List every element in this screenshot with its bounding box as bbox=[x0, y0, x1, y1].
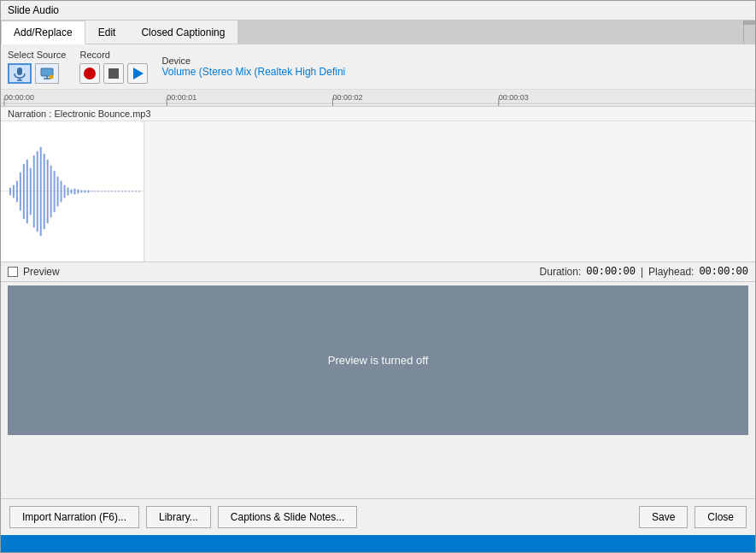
svg-rect-26 bbox=[50, 166, 52, 218]
tab-bar: Add/Replace Edit Closed Captioning bbox=[1, 21, 755, 44]
source-microphone-button[interactable] bbox=[8, 63, 32, 84]
track-label: Narration : Electronic Bounce.mp3 bbox=[8, 109, 151, 119]
svg-rect-28 bbox=[57, 177, 59, 207]
preview-panel: Preview is turned off bbox=[8, 285, 748, 435]
tab-scrollbar[interactable] bbox=[743, 25, 755, 44]
svg-rect-19 bbox=[26, 160, 28, 224]
svg-rect-34 bbox=[77, 190, 79, 194]
slide-audio-window: Slide Audio Add/Replace Edit Closed Capt… bbox=[0, 0, 756, 553]
svg-rect-31 bbox=[67, 188, 69, 196]
svg-rect-41 bbox=[101, 191, 103, 192]
svg-rect-18 bbox=[23, 164, 25, 220]
playhead-value: 00:00:00 bbox=[699, 266, 748, 278]
play-button[interactable] bbox=[127, 63, 148, 84]
svg-rect-48 bbox=[125, 191, 126, 192]
duration-value: 00:00:00 bbox=[586, 266, 636, 278]
svg-rect-47 bbox=[121, 191, 123, 192]
svg-rect-39 bbox=[94, 191, 96, 192]
svg-rect-16 bbox=[16, 181, 18, 203]
svg-rect-52 bbox=[138, 191, 140, 192]
stop-icon bbox=[108, 68, 119, 79]
svg-rect-25 bbox=[47, 160, 49, 224]
source-computer-button[interactable] bbox=[35, 63, 59, 84]
svg-rect-38 bbox=[91, 191, 92, 192]
status-bar bbox=[1, 535, 755, 552]
device-section: Device Volume (Stereo Mix (Realtek High … bbox=[161, 56, 345, 78]
record-icon bbox=[84, 68, 96, 79]
preview-left: Preview bbox=[8, 266, 60, 278]
library-button[interactable]: Library... bbox=[146, 506, 211, 528]
ruler-svg bbox=[1, 90, 755, 106]
playhead-label: Playhead: bbox=[648, 266, 694, 278]
svg-rect-44 bbox=[111, 191, 113, 192]
play-icon bbox=[133, 68, 144, 79]
record-group: Record bbox=[79, 50, 148, 84]
microphone-icon bbox=[12, 66, 27, 81]
svg-rect-17 bbox=[20, 173, 21, 211]
svg-rect-36 bbox=[84, 191, 85, 193]
svg-rect-0 bbox=[17, 68, 22, 75]
duration-label: Duration: bbox=[540, 266, 582, 278]
svg-rect-21 bbox=[33, 156, 35, 227]
preview-right: Duration: 00:00:00 | Playhead: 00:00:00 bbox=[540, 266, 748, 278]
svg-rect-23 bbox=[40, 147, 42, 236]
save-button[interactable]: Save bbox=[639, 506, 688, 528]
captions-slide-notes-button[interactable]: Captions & Slide Notes... bbox=[218, 506, 357, 528]
record-controls bbox=[79, 63, 148, 84]
svg-rect-45 bbox=[114, 191, 116, 192]
svg-rect-22 bbox=[37, 151, 38, 232]
tab-add-replace[interactable]: Add/Replace bbox=[1, 21, 85, 44]
bottom-buttons: Import Narration (F6)... Library... Capt… bbox=[1, 498, 755, 535]
tab-closed-captioning[interactable]: Closed Captioning bbox=[128, 21, 237, 44]
svg-rect-33 bbox=[73, 189, 75, 195]
svg-rect-46 bbox=[118, 191, 120, 192]
svg-rect-24 bbox=[44, 154, 45, 229]
svg-rect-27 bbox=[54, 171, 56, 213]
svg-rect-40 bbox=[97, 191, 99, 192]
device-label: Device bbox=[161, 56, 345, 66]
select-source-group: Select Source bbox=[8, 50, 66, 84]
svg-point-6 bbox=[50, 75, 54, 79]
preview-bar: Preview Duration: 00:00:00 | Playhead: 0… bbox=[1, 262, 755, 282]
separator: | bbox=[641, 266, 643, 278]
svg-rect-50 bbox=[132, 191, 133, 192]
svg-rect-32 bbox=[71, 190, 73, 194]
svg-rect-30 bbox=[64, 185, 66, 198]
title-bar: Slide Audio bbox=[1, 1, 755, 21]
svg-rect-42 bbox=[104, 191, 106, 192]
svg-rect-14 bbox=[9, 188, 11, 196]
toolbar: Select Source bbox=[1, 44, 755, 90]
record-label: Record bbox=[79, 50, 148, 60]
device-value: Volume (Stereo Mix (Realtek High Defini bbox=[161, 66, 345, 78]
record-button[interactable] bbox=[79, 63, 100, 84]
waveform-svg bbox=[1, 121, 144, 262]
svg-rect-35 bbox=[80, 191, 82, 193]
ruler-inner: 00:00:00 00:00:01 00:00:02 00:00:03 bbox=[1, 90, 755, 106]
svg-rect-29 bbox=[61, 181, 62, 203]
computer-icon bbox=[39, 66, 55, 81]
close-button[interactable]: Close bbox=[694, 506, 747, 528]
svg-rect-20 bbox=[30, 168, 32, 215]
window-title: Slide Audio bbox=[8, 4, 59, 16]
svg-rect-49 bbox=[128, 191, 130, 192]
select-source-label: Select Source bbox=[8, 50, 66, 60]
stop-button[interactable] bbox=[103, 63, 124, 84]
import-narration-button[interactable]: Import Narration (F6)... bbox=[9, 506, 139, 528]
tab-edit[interactable]: Edit bbox=[85, 21, 129, 44]
waveform-track bbox=[1, 121, 144, 262]
source-buttons bbox=[8, 63, 66, 84]
waveform-header: Narration : Electronic Bounce.mp3 bbox=[1, 107, 755, 121]
preview-label: Preview bbox=[23, 266, 60, 278]
tab-filler bbox=[237, 21, 743, 44]
svg-rect-37 bbox=[87, 191, 89, 193]
svg-rect-15 bbox=[13, 185, 15, 198]
svg-rect-51 bbox=[135, 191, 137, 192]
preview-message: Preview is turned off bbox=[328, 354, 429, 367]
timeline-ruler: 00:00:00 00:00:01 00:00:02 00:00:03 bbox=[1, 90, 755, 107]
preview-checkbox[interactable] bbox=[8, 267, 18, 277]
waveform-area[interactable] bbox=[1, 121, 755, 262]
svg-rect-43 bbox=[108, 191, 109, 192]
